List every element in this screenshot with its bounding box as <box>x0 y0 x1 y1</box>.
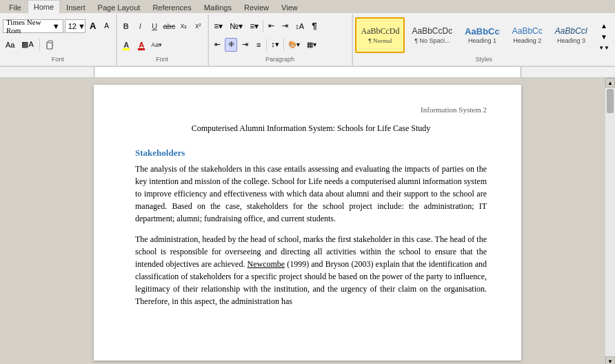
styles-down-button[interactable]: ▼ <box>596 31 612 42</box>
tab-page-layout[interactable]: Page Layout <box>92 0 147 14</box>
font-shrink-button[interactable]: A <box>101 19 113 33</box>
bold-button[interactable]: B <box>119 19 132 33</box>
paragraph-group: ≡▾ №▾ ≡▾ ⇤ ⇥ ↕A ¶ ⇤ ⁜ ⇥ ≡ ↕▾ <box>208 14 352 65</box>
multilevel-list-button[interactable]: ≡▾ <box>247 19 261 33</box>
styles-group-label: Styles <box>355 54 612 64</box>
style-heading3[interactable]: AaBbCcI Heading 3 <box>550 17 593 53</box>
bullets-button[interactable]: ≡▾ <box>211 19 225 33</box>
shading-button[interactable]: 🎨▾ <box>285 38 303 52</box>
style-heading2-label: Heading 2 <box>513 37 541 44</box>
border-button[interactable]: ▦▾ <box>304 38 319 52</box>
style-heading1[interactable]: AaBbCc Heading 1 <box>459 17 505 53</box>
underline-button[interactable]: U <box>148 19 161 33</box>
style-heading1-label: Heading 1 <box>468 37 496 44</box>
tab-mailings[interactable]: Mailings <box>198 0 238 14</box>
font-name-input[interactable]: Times New Rom ▼ <box>3 19 63 33</box>
font-section-label: Font <box>119 54 204 64</box>
strikethrough-button[interactable]: abc <box>162 19 176 33</box>
tab-insert[interactable]: Insert <box>60 0 92 14</box>
scroll-track <box>606 88 614 356</box>
increase-indent-button[interactable]: ⇥ <box>279 19 291 33</box>
tab-review[interactable]: Review <box>238 0 275 14</box>
align-right-button[interactable]: ⇥ <box>239 38 251 52</box>
ribbon-tabs: File Home Insert Page Layout References … <box>0 0 615 14</box>
clear-format-button[interactable]: ▩A <box>19 38 36 52</box>
document-title: Computerised Alumni Information System: … <box>135 123 487 134</box>
ruler-line <box>94 67 521 77</box>
styles-more-button[interactable]: ▲ <box>596 20 612 31</box>
paragraph-group-label: Paragraph <box>211 54 349 64</box>
style-heading3-label: Heading 3 <box>557 37 585 44</box>
style-no-spacing-preview: AaBbCcDc <box>412 26 452 36</box>
scroll-thumb[interactable] <box>607 89 614 113</box>
tab-home[interactable]: Home <box>28 0 60 14</box>
svg-rect-1 <box>48 41 52 43</box>
document-area: Information System 2 Computerised Alumni… <box>0 78 615 364</box>
subscript-button[interactable]: x₂ <box>177 19 190 33</box>
align-left-button[interactable]: ⇤ <box>211 38 223 52</box>
style-no-spacing[interactable]: AaBbCcDc ¶ No Spaci... <box>406 17 458 53</box>
style-normal-preview: AaBbCcDd <box>361 26 399 36</box>
style-normal[interactable]: AaBbCcDd ¶ Normal <box>355 17 405 53</box>
scroll-down-button[interactable]: ▼ <box>605 356 615 364</box>
decrease-indent-button[interactable]: ⇤ <box>265 19 277 33</box>
tab-file[interactable]: File <box>3 0 28 14</box>
justify-button[interactable]: ≡ <box>252 38 265 52</box>
ribbon: Times New Rom ▼ 12 ▼ A A Aa ▩A <box>0 14 615 67</box>
ruler <box>0 67 615 78</box>
show-formatting-button[interactable]: ¶ <box>308 19 321 33</box>
case-button[interactable]: Aa <box>3 38 17 52</box>
document-header: Information System 2 <box>135 105 487 114</box>
font-grow-button[interactable]: A <box>87 19 99 33</box>
vertical-scrollbar[interactable]: ▲ ▼ <box>605 78 615 364</box>
superscript-button[interactable]: x² <box>192 19 205 33</box>
line-spacing-button[interactable]: ↕▾ <box>268 38 282 52</box>
document-paragraph1: The analysis of the stakeholders in this… <box>135 163 487 225</box>
change-case-button[interactable]: Aa▾ <box>150 38 163 52</box>
document-heading1: Stakeholders <box>135 148 487 159</box>
document-paragraph2: The administration, headed by the head o… <box>135 233 487 307</box>
style-heading3-preview: AaBbCcI <box>555 26 587 36</box>
scroll-up-button[interactable]: ▲ <box>605 78 615 88</box>
numbering-button[interactable]: №▾ <box>227 19 245 33</box>
font-group: Times New Rom ▼ 12 ▼ A A Aa ▩A <box>0 14 117 65</box>
tab-view[interactable]: View <box>275 0 304 14</box>
italic-button[interactable]: I <box>134 19 147 33</box>
clipboard-icon[interactable] <box>43 38 58 52</box>
format-group: B I U abc x₂ x² A A <box>117 14 208 65</box>
styles-group: AaBbCcDd ¶ Normal AaBbCcDc ¶ No Spaci...… <box>352 14 615 65</box>
styles-gallery-button[interactable]: ▼▼ <box>596 42 612 53</box>
text-highlight-button[interactable]: A <box>119 38 133 52</box>
document-page: Information System 2 Computerised Alumni… <box>94 85 521 361</box>
font-color-button[interactable]: A <box>134 38 148 52</box>
font-size-input[interactable]: 12 ▼ <box>65 19 85 33</box>
sort-button[interactable]: ↕A <box>292 19 307 33</box>
style-normal-label: ¶ Normal <box>369 37 392 44</box>
style-heading2-preview: AaBbCc <box>512 26 543 36</box>
style-no-spacing-label: ¶ No Spaci... <box>414 37 450 44</box>
style-heading2[interactable]: AaBbCc Heading 2 <box>507 17 548 53</box>
align-center-button[interactable]: ⁜ <box>225 38 237 52</box>
style-heading1-preview: AaBbCc <box>465 26 500 37</box>
tab-references[interactable]: References <box>146 0 197 14</box>
font-group-label: Font <box>3 54 113 64</box>
